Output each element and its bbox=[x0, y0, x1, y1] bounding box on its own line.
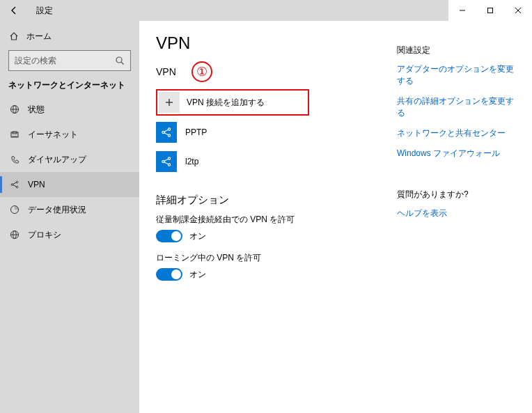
proxy-icon bbox=[8, 230, 21, 240]
svg-point-2 bbox=[116, 57, 122, 63]
svg-point-29 bbox=[162, 160, 164, 162]
back-button[interactable] bbox=[4, 1, 24, 20]
section-head-advanced: 詳細オプション bbox=[156, 194, 397, 207]
related-head: 関連設定 bbox=[397, 45, 515, 56]
minimize-button[interactable] bbox=[448, 0, 476, 21]
sidebar-item-label: 状態 bbox=[28, 104, 45, 116]
sidebar-item-status[interactable]: 状態 bbox=[0, 97, 139, 122]
titlebar: 設定 bbox=[0, 0, 532, 21]
svg-line-28 bbox=[164, 133, 169, 135]
ethernet-icon bbox=[8, 130, 21, 139]
toggle-state: オン bbox=[189, 269, 206, 281]
page-title: VPN bbox=[156, 33, 397, 53]
link-sharing-options[interactable]: 共有の詳細オプションを変更する bbox=[397, 95, 515, 119]
app-title: 設定 bbox=[36, 5, 53, 17]
sidebar-home[interactable]: ホーム bbox=[0, 25, 139, 47]
svg-line-3 bbox=[121, 62, 124, 65]
option-label: ローミング中の VPN を許可 bbox=[156, 252, 397, 264]
sidebar-item-label: データ使用状況 bbox=[28, 204, 86, 216]
maximize-button[interactable] bbox=[476, 0, 504, 21]
sidebar: ホーム 設定の検索 ネットワークとインターネット 状態 イーサネット bbox=[0, 21, 139, 413]
vpn-connection-icon bbox=[156, 122, 177, 143]
svg-rect-1 bbox=[488, 8, 493, 13]
svg-point-30 bbox=[168, 157, 170, 159]
sidebar-home-label: ホーム bbox=[26, 31, 52, 42]
help-head: 質問がありますか? bbox=[397, 189, 515, 201]
option-label: 従量制課金接続経由での VPN を許可 bbox=[156, 214, 397, 226]
sidebar-item-ethernet[interactable]: イーサネット bbox=[0, 122, 139, 147]
sidebar-item-data-usage[interactable]: データ使用状況 bbox=[0, 197, 139, 222]
option-metered-vpn: 従量制課金接続経由での VPN を許可 オン bbox=[156, 214, 397, 242]
svg-line-16 bbox=[13, 182, 17, 185]
sidebar-item-label: プロキシ bbox=[28, 229, 61, 241]
sidebar-item-label: イーサネット bbox=[28, 129, 78, 141]
vpn-icon bbox=[8, 180, 21, 189]
svg-line-27 bbox=[164, 130, 169, 132]
add-vpn-label: VPN 接続を追加する bbox=[187, 97, 265, 109]
main-column: VPN VPN ① VPN 接続を追加する PPTP bbox=[156, 33, 397, 413]
link-windows-firewall[interactable]: Windows ファイアウォール bbox=[397, 148, 515, 159]
dialup-icon bbox=[8, 155, 21, 164]
vpn-connection-label: PPTP bbox=[185, 127, 207, 137]
sidebar-section-head: ネットワークとインターネット bbox=[0, 79, 139, 91]
svg-point-26 bbox=[168, 134, 170, 137]
search-input[interactable]: 設定の検索 bbox=[8, 50, 131, 71]
annotation-marker-1: ① bbox=[191, 61, 212, 82]
vpn-connection-pptp[interactable]: PPTP bbox=[156, 120, 397, 145]
add-vpn-button[interactable]: VPN 接続を追加する bbox=[156, 89, 309, 116]
svg-point-25 bbox=[168, 128, 170, 130]
toggle-state: オン bbox=[189, 231, 206, 242]
sidebar-item-dialup[interactable]: ダイヤルアップ bbox=[0, 147, 139, 172]
settings-window: 設定 ホーム 設定の検索 bbox=[0, 0, 532, 413]
search-placeholder: 設定の検索 bbox=[15, 55, 56, 67]
toggle-roaming-vpn[interactable] bbox=[156, 268, 182, 281]
vpn-connection-label: l2tp bbox=[185, 157, 198, 166]
link-show-help[interactable]: ヘルプを表示 bbox=[397, 208, 515, 219]
section-head-vpn: VPN bbox=[156, 66, 176, 77]
option-roaming-vpn: ローミング中の VPN を許可 オン bbox=[156, 252, 397, 281]
vpn-connection-icon bbox=[156, 151, 177, 172]
status-icon bbox=[8, 104, 21, 114]
svg-line-17 bbox=[13, 185, 17, 187]
sidebar-item-vpn[interactable]: VPN bbox=[0, 172, 139, 197]
home-icon bbox=[8, 31, 19, 41]
related-settings-pane: 関連設定 アダプターのオプションを変更する 共有の詳細オプションを変更する ネッ… bbox=[397, 33, 515, 413]
toggle-metered-vpn[interactable] bbox=[156, 230, 182, 242]
data-usage-icon bbox=[8, 205, 21, 215]
close-button[interactable] bbox=[504, 0, 532, 21]
plus-icon bbox=[159, 92, 180, 113]
svg-line-32 bbox=[164, 159, 169, 161]
sidebar-item-label: VPN bbox=[28, 180, 45, 189]
search-icon bbox=[115, 56, 125, 65]
vpn-connection-l2tp[interactable]: l2tp bbox=[156, 149, 397, 174]
content: VPN VPN ① VPN 接続を追加する PPTP bbox=[139, 21, 532, 413]
svg-point-31 bbox=[168, 164, 170, 166]
link-adapter-options[interactable]: アダプターのオプションを変更する bbox=[397, 63, 515, 87]
sidebar-item-label: ダイヤルアップ bbox=[28, 154, 86, 166]
svg-line-33 bbox=[164, 162, 169, 164]
svg-point-24 bbox=[162, 131, 164, 133]
link-network-sharing-center[interactable]: ネットワークと共有センター bbox=[397, 127, 515, 139]
sidebar-item-proxy[interactable]: プロキシ bbox=[0, 222, 139, 247]
